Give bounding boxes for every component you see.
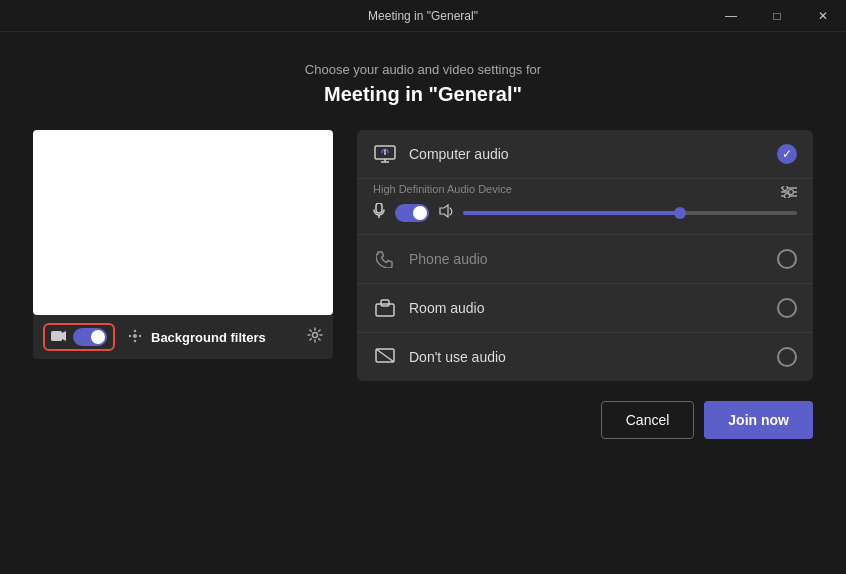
speaker-icon: [439, 204, 453, 221]
join-now-button[interactable]: Join now: [704, 401, 813, 439]
no-audio-label: Don't use audio: [409, 349, 765, 365]
video-section: Background filters: [33, 130, 333, 359]
svg-marker-20: [440, 205, 448, 217]
room-audio-icon: [373, 296, 397, 320]
volume-thumb: [674, 207, 686, 219]
svg-point-5: [129, 334, 131, 336]
maximize-button[interactable]: □: [754, 0, 800, 32]
titlebar: Meeting in "General" — □ ✕: [0, 0, 846, 32]
camera-icon: [51, 329, 67, 346]
mic-toggle[interactable]: [395, 204, 429, 222]
subtitle-text: Choose your audio and video settings for: [305, 62, 541, 77]
svg-point-16: [789, 190, 794, 195]
main-content: Choose your audio and video settings for…: [0, 32, 846, 574]
svg-point-15: [783, 186, 788, 191]
svg-marker-1: [62, 331, 66, 341]
svg-rect-18: [376, 203, 382, 213]
room-audio-check: [777, 298, 797, 318]
svg-point-3: [134, 329, 136, 331]
audio-option-none[interactable]: Don't use audio: [357, 333, 813, 381]
mic-volume-row: [373, 203, 797, 222]
phone-audio-check: [777, 249, 797, 269]
svg-point-2: [133, 334, 137, 338]
meeting-title: Meeting in "General": [324, 83, 522, 106]
svg-rect-22: [381, 300, 389, 306]
video-controls: Background filters: [33, 315, 333, 359]
audio-section: Computer audio High Definition Audio Dev…: [357, 130, 813, 381]
computer-audio-icon: [373, 142, 397, 166]
video-preview: [33, 130, 333, 315]
video-settings-icon[interactable]: [307, 327, 323, 347]
no-audio-icon: [373, 345, 397, 369]
effects-icon: [127, 328, 143, 347]
content-row: Background filters: [33, 130, 813, 381]
audio-settings-row: High Definition Audio Device: [373, 183, 797, 203]
audio-option-room[interactable]: Room audio: [357, 284, 813, 333]
close-button[interactable]: ✕: [800, 0, 846, 32]
background-filters-button[interactable]: Background filters: [151, 330, 266, 345]
volume-fill: [463, 211, 680, 215]
titlebar-controls: — □ ✕: [708, 0, 846, 31]
room-audio-label: Room audio: [409, 300, 765, 316]
volume-slider[interactable]: [463, 211, 797, 215]
svg-point-17: [785, 194, 790, 199]
svg-point-7: [313, 333, 318, 338]
phone-audio-icon: [373, 247, 397, 271]
computer-audio-label: Computer audio: [409, 146, 765, 162]
hd-label: High Definition Audio Device: [373, 183, 512, 195]
audio-option-computer[interactable]: Computer audio: [357, 130, 813, 179]
minimize-button[interactable]: —: [708, 0, 754, 32]
audio-sub-controls: High Definition Audio Device: [357, 179, 813, 235]
svg-point-6: [139, 334, 141, 336]
svg-line-24: [376, 349, 394, 362]
audio-option-phone[interactable]: Phone audio: [357, 235, 813, 284]
camera-toggle[interactable]: [73, 328, 107, 346]
computer-audio-check: [777, 144, 797, 164]
settings-sliders-icon[interactable]: [781, 185, 797, 201]
cancel-button[interactable]: Cancel: [601, 401, 695, 439]
mic-icon: [373, 203, 385, 222]
camera-toggle-group: [43, 323, 115, 351]
svg-rect-0: [51, 331, 62, 341]
buttons-row: Cancel Join now: [33, 401, 813, 439]
phone-audio-label: Phone audio: [409, 251, 765, 267]
no-audio-check: [777, 347, 797, 367]
titlebar-title: Meeting in "General": [368, 9, 478, 23]
svg-point-4: [134, 339, 136, 341]
